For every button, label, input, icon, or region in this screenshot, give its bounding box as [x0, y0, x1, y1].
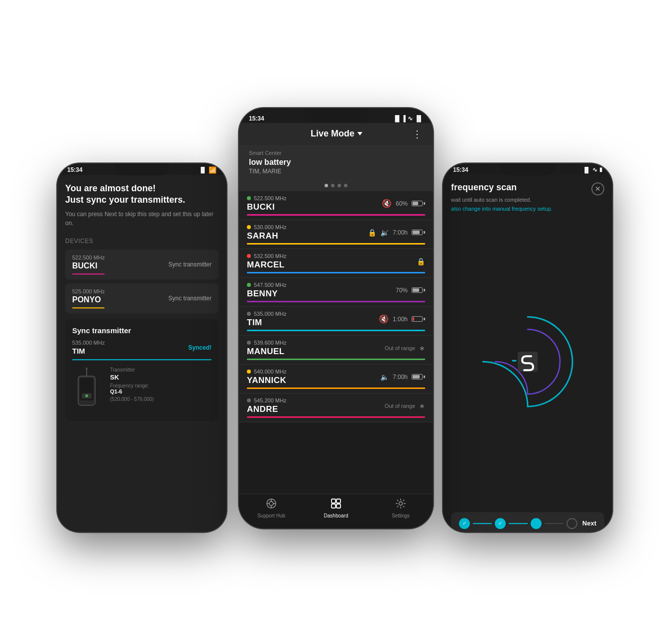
device-row-benny[interactable]: 547.500 MHz BENNY 70% [239, 278, 433, 307]
smart-center-label: Smart Center [249, 150, 423, 156]
left-dev1-freq: 522.500 MHz [72, 254, 105, 260]
device-row-andre[interactable]: 545.200 MHz ANDRE Out of range ∗ [239, 393, 433, 422]
dashboard-icon [331, 498, 341, 511]
mute-slash-sarah: 🔈̸ [380, 229, 389, 237]
device-row-yannick[interactable]: 540.000 MHz YANNICK 🔈 7:00h [239, 365, 433, 393]
device-name-marcel: MARCEL [247, 260, 417, 270]
dot-2 [331, 184, 335, 187]
sennheiser-logo [515, 349, 540, 374]
battery-right: ▮ [599, 166, 602, 173]
out-of-range-andre: Out of range [385, 403, 415, 409]
scan-logo [515, 349, 540, 374]
step-1: ✓ [459, 518, 470, 529]
battery-time-yannick: 7:00h [393, 374, 408, 381]
dashboard-svg [331, 498, 341, 509]
freq-range-sub: (520.000 - 576.000) [110, 396, 154, 402]
app-header: Live Mode ⋮ [239, 123, 433, 145]
center-time: 15:34 [249, 115, 264, 122]
device-list: 522.500 MHz BUCKI 🔇 60% [239, 191, 433, 494]
next-button[interactable]: Next [582, 519, 596, 527]
signal-bars: ▐▌▐ [393, 115, 406, 122]
tab-support-label: Support Hub [257, 513, 285, 518]
dot-4 [344, 184, 347, 187]
freq-dot-benny [247, 283, 251, 287]
dropdown-arrow[interactable] [357, 132, 362, 135]
dot-3 [337, 184, 341, 187]
transmitter-detail: Transmitter SK Frequency range: Q1-6 (52… [72, 367, 212, 414]
smart-center-title: low battery [249, 158, 423, 167]
left-time: 15:34 [67, 166, 83, 173]
device-name-sarah: SARAH [247, 231, 368, 241]
scan-subtext: wait until auto scan is completed. [451, 196, 604, 204]
bluetooth-icon-andre: ∗ [419, 402, 425, 410]
device-name-bucki: BUCKI [247, 202, 382, 212]
step-4 [566, 518, 577, 529]
freq-dot-manuel [247, 341, 251, 345]
battery-yannick [412, 374, 425, 380]
battery-icon-center: ▐▌ [415, 115, 423, 122]
device-row-manuel[interactable]: 539.600 MHz MANUEL Out of range ∗ [239, 336, 433, 365]
sync-btn-1[interactable]: Sync transmitter [168, 261, 212, 268]
right-phone: 15:34 ▐▌ ∿ ▮ ✕ frequency scan wait until… [443, 163, 612, 532]
phones-container: 15:34 ▐▌ 📶 You are almost done!Just sync… [0, 0, 672, 636]
freq-dot-yannick [247, 370, 251, 374]
smart-center-sub: TIM, MARIE [249, 168, 423, 175]
step-3 [531, 518, 542, 529]
close-button[interactable]: ✕ [591, 182, 604, 195]
battery-benny [412, 287, 425, 293]
freq-dot-sarah [247, 225, 251, 229]
dot-1 [325, 184, 328, 187]
transmitter-svg [72, 367, 102, 412]
tab-bar: Support Hub Dashboard [239, 494, 433, 528]
center-notch [304, 108, 368, 122]
device-name-benny: BENNY [247, 289, 396, 299]
device-row-sarah[interactable]: 530.000 MHz SARAH 🔒 🔈̸ 7:00h [239, 220, 433, 249]
freq-dot-marcel [247, 254, 251, 258]
tab-settings[interactable]: Settings [368, 498, 433, 518]
smart-center-banner: Smart Center low battery TIM, MARIE [239, 145, 433, 180]
mute-slash-yannick: 🔈 [380, 373, 389, 381]
step-line-3 [545, 523, 563, 524]
left-phone: 15:34 ▐▌ 📶 You are almost done!Just sync… [57, 163, 226, 532]
transmitter-info: Transmitter SK Frequency range: Q1-6 (52… [110, 367, 154, 402]
device-row-tim[interactable]: 535.000 MHz TIM 🔇 1:00h [239, 307, 433, 336]
battery-pct-benny: 70% [396, 287, 408, 294]
wifi-right: ∿ [592, 166, 597, 173]
sync-title: Sync transmitter [72, 326, 212, 335]
menu-dots[interactable]: ⋮ [412, 128, 423, 140]
scan-circle-container [451, 212, 604, 511]
right-time: 15:34 [453, 166, 468, 173]
left-device-row-1: 522.500 MHz BUCKI Sync transmitter [65, 250, 219, 279]
device-row-marcel[interactable]: 532.500 MHz MARCEL 🔒 [239, 249, 433, 278]
mute-icon-bucki: 🔇 [382, 199, 392, 208]
battery-time-sarah: 7:00h [393, 229, 408, 236]
settings-icon [395, 498, 406, 511]
freq-range-label: Frequency range: [110, 383, 154, 388]
tab-support-hub[interactable]: Support Hub [239, 498, 304, 518]
device-row-bucki[interactable]: 522.500 MHz BUCKI 🔇 60% [239, 191, 433, 220]
progress-bar-container: ✓ ✓ Next [451, 512, 604, 532]
scan-link[interactable]: also change into manual frequency setup. [451, 206, 604, 212]
tab-dashboard-label: Dashboard [324, 513, 348, 518]
left-dev2-freq: 525.000 MHz [72, 288, 105, 294]
right-content: ✕ frequency scan wait until auto scan is… [443, 174, 612, 532]
svg-point-5 [86, 368, 88, 370]
svg-rect-18 [518, 352, 538, 372]
wifi-icon-center: ∿ [408, 115, 413, 122]
center-status-icons: ▐▌▐ ∿ ▐▌ [393, 115, 423, 122]
step-line-1 [473, 523, 492, 524]
progress-steps: ✓ ✓ [459, 518, 577, 529]
tab-dashboard[interactable]: Dashboard [304, 498, 368, 518]
left-notch [114, 163, 169, 175]
right-notch [500, 163, 555, 175]
step-line-2 [509, 523, 528, 524]
left-subtext: You can press Next to skip this step and… [65, 210, 219, 228]
freq-dot-bucki [247, 196, 251, 200]
sync-btn-2[interactable]: Sync transmitter [168, 295, 212, 302]
svg-point-7 [269, 502, 273, 506]
device-name-manuel: MANUEL [247, 347, 385, 357]
svg-rect-15 [336, 504, 340, 508]
pagination-dots [239, 180, 433, 191]
scan-circle [473, 307, 582, 416]
device-name-andre: ANDRE [247, 404, 385, 414]
